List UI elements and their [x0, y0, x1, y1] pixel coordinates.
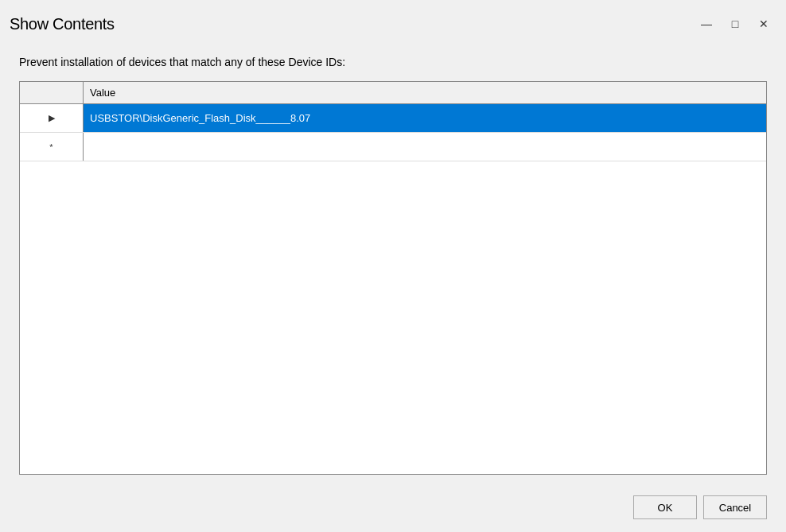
maximize-button[interactable]: □ — [722, 13, 748, 35]
table-body: ▶ USBSTOR\DiskGeneric_Flash_Disk______8.… — [20, 104, 766, 474]
close-button[interactable]: ✕ — [751, 13, 776, 35]
row-indicator: ▶ — [20, 104, 84, 132]
dialog-content: Prevent installation of devices that mat… — [0, 41, 786, 487]
dialog-footer: OK Cancel — [0, 487, 786, 532]
description-text: Prevent installation of devices that mat… — [19, 56, 767, 68]
title-bar-left: Show Contents — [10, 15, 115, 33]
minimize-button[interactable]: — — [694, 13, 719, 35]
row-value[interactable]: USBSTOR\DiskGeneric_Flash_Disk______8.07 — [84, 104, 766, 132]
table-row[interactable]: ▶ USBSTOR\DiskGeneric_Flash_Disk______8.… — [20, 104, 766, 133]
row-value[interactable] — [84, 133, 766, 161]
indicator-column-header — [20, 82, 84, 103]
window-title: Show Contents — [10, 15, 115, 33]
title-bar-controls: — □ ✕ — [694, 13, 776, 35]
ok-button[interactable]: OK — [633, 495, 697, 519]
table-header: Value — [20, 82, 766, 104]
cancel-button[interactable]: Cancel — [703, 495, 767, 519]
table-row[interactable]: * — [20, 133, 766, 161]
row-indicator: * — [20, 133, 84, 161]
value-column-header: Value — [84, 82, 766, 103]
device-id-table: Value ▶ USBSTOR\DiskGeneric_Flash_Disk__… — [19, 81, 767, 475]
title-bar: Show Contents — □ ✕ — [0, 0, 786, 41]
